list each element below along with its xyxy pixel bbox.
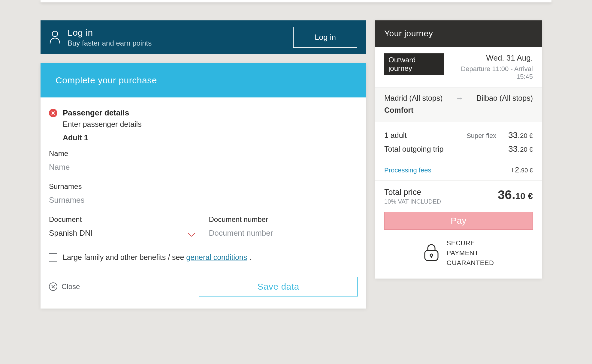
total-price: 36.10 € bbox=[498, 188, 533, 202]
benefits-text: Large family and other benefits / see ge… bbox=[63, 253, 251, 262]
pax-label: 1 adult bbox=[384, 131, 407, 140]
journey-times: Departure 11:00 - Arrival 15:45 bbox=[444, 65, 533, 81]
purchase-header: Complete your purchase bbox=[41, 63, 366, 97]
document-label: Document bbox=[49, 215, 198, 224]
error-icon bbox=[49, 109, 57, 117]
surnames-input[interactable] bbox=[49, 193, 358, 208]
route-from: Madrid (All stops) bbox=[384, 94, 443, 103]
pax-price: 33.20 € bbox=[508, 130, 533, 140]
svg-point-0 bbox=[52, 31, 58, 37]
close-label: Close bbox=[62, 282, 80, 291]
close-icon bbox=[49, 282, 57, 291]
name-input[interactable] bbox=[49, 160, 358, 175]
fees-label[interactable]: Processing fees bbox=[384, 166, 431, 174]
login-banner: Log in Buy faster and earn points Log in bbox=[41, 20, 366, 54]
login-button[interactable]: Log in bbox=[293, 27, 357, 48]
total-price-label: Total price bbox=[384, 188, 441, 197]
login-subtitle: Buy faster and earn points bbox=[68, 39, 152, 47]
benefits-checkbox[interactable] bbox=[49, 253, 57, 262]
journey-card: Your journey Outward journey Wed. 31 Aug… bbox=[375, 20, 542, 279]
passenger-details-title: Passenger details bbox=[63, 108, 129, 118]
out-total-label: Total outgoing trip bbox=[384, 145, 443, 154]
user-icon bbox=[49, 30, 61, 45]
document-number-label: Document number bbox=[209, 215, 358, 224]
passenger-label: Adult 1 bbox=[63, 133, 358, 142]
general-conditions-link[interactable]: general conditions bbox=[186, 253, 247, 261]
document-select[interactable] bbox=[49, 226, 198, 241]
journey-route: Madrid (All stops) → Bilbao (All stops) … bbox=[375, 87, 542, 122]
save-data-button[interactable]: Save data bbox=[199, 277, 358, 297]
top-edge bbox=[41, 0, 551, 2]
fees-value: +2.90 € bbox=[511, 166, 533, 174]
lock-icon bbox=[423, 243, 439, 263]
purchase-card: Complete your purchase Passenger details… bbox=[41, 63, 366, 309]
pay-button[interactable]: Pay bbox=[384, 212, 533, 230]
surnames-label: Surnames bbox=[49, 182, 358, 191]
outward-badge: Outward journey bbox=[384, 53, 444, 75]
passenger-details-subtitle: Enter passenger details bbox=[63, 120, 358, 129]
vat-label: 10% VAT INCLUDED bbox=[384, 198, 441, 205]
login-title: Log in bbox=[68, 28, 152, 38]
svg-rect-1 bbox=[425, 250, 438, 261]
journey-date: Wed. 31 Aug. bbox=[444, 53, 533, 63]
svg-point-2 bbox=[430, 254, 433, 256]
route-to: Bilbao (All stops) bbox=[476, 94, 533, 103]
secure-text: SECURE PAYMENT GUARANTEED bbox=[447, 238, 494, 268]
route-class: Comfort bbox=[384, 106, 533, 115]
fare-label: Super flex bbox=[467, 132, 496, 140]
name-label: Name bbox=[49, 149, 358, 158]
out-total-price: 33.20 € bbox=[508, 144, 533, 154]
close-button[interactable]: Close bbox=[49, 282, 80, 291]
document-number-input[interactable] bbox=[209, 226, 358, 241]
arrow-right-icon: → bbox=[456, 94, 464, 103]
journey-header: Your journey bbox=[375, 20, 542, 47]
